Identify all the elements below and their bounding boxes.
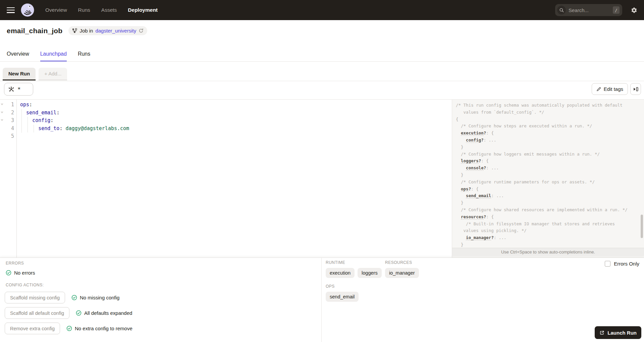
runtime-tag-loggers[interactable]: loggers	[358, 268, 382, 278]
runtime-tag-execution[interactable]: execution	[326, 268, 355, 278]
config-action-row: Remove extra configNo extra config to re…	[5, 323, 132, 334]
pencil-icon	[596, 87, 601, 92]
schema-line: send_email: ...	[456, 192, 639, 199]
reload-icon[interactable]	[139, 28, 144, 33]
bottom-panel-divider	[321, 258, 322, 342]
fold-arrow-icon[interactable]	[1, 104, 3, 105]
launch-run-label: Launch Run	[607, 330, 637, 336]
scaffold-missing-config-button[interactable]: Scaffold missing config	[5, 292, 65, 303]
errors-only-checkbox[interactable]	[605, 261, 610, 267]
schema-line: io_manager?: ...	[456, 234, 639, 241]
fold-arrow-icon[interactable]	[1, 119, 3, 121]
errors-only-label: Errors Only	[614, 261, 639, 267]
job-badge-prefix: Job in	[79, 28, 93, 34]
config-action-status: No extra config to remove	[66, 326, 132, 331]
ops-section: OPS send_email	[326, 284, 359, 302]
page-title: email_chain_job	[7, 27, 62, 35]
schema-line: /* This run config schema was automatica…	[456, 102, 639, 109]
check-circle-icon	[6, 270, 11, 276]
runtime-section: RUNTIME executionloggers	[326, 260, 382, 278]
config-action-status: No missing config	[71, 295, 119, 300]
schema-line: values using pickling. */	[456, 227, 639, 234]
editor-gutter: 12345	[0, 100, 17, 258]
hamburger-menu-icon[interactable]	[7, 7, 15, 13]
bottom-drawer: ERRORS No errors CONFIG ACTIONS: Scaffol…	[0, 258, 644, 342]
code-location-link[interactable]: dagster_university	[95, 28, 136, 34]
schema-line: /* Configure runtime parameters for ops …	[456, 179, 639, 186]
tabs-divider	[0, 61, 644, 62]
config-schema-panel: /* This run config schema was automatica…	[452, 100, 644, 258]
nav-item-assets[interactable]: Assets	[101, 7, 117, 13]
tab-overview[interactable]: Overview	[7, 51, 29, 61]
subtabs-divider	[0, 81, 644, 81]
errors-status-text: No errors	[14, 270, 35, 276]
top-nav: OverviewRunsAssetsDeployment /	[0, 0, 644, 20]
subtab-add[interactable]: + Add...	[39, 68, 67, 80]
schema-line: }	[456, 144, 639, 151]
config-editor[interactable]: 12345 ops: send_email: config: send_to: …	[0, 100, 452, 258]
schema-line: }	[456, 199, 639, 207]
config-action-status-text: All defaults expanded	[84, 310, 132, 316]
launchpad-config-tabs: New Run+ Add...	[3, 68, 67, 80]
line-number: 4	[2, 125, 14, 133]
collapse-right-panel-button[interactable]	[630, 83, 641, 95]
op-graph-icon	[8, 86, 14, 93]
main-nav-links: OverviewRunsAssetsDeployment	[45, 7, 158, 13]
editor-code-line: send_to: daggy@dagsterlabs.com	[20, 125, 129, 133]
schema-line: ops?: {	[456, 186, 639, 193]
subtab-new-run[interactable]: New Run	[3, 68, 36, 80]
tab-runs[interactable]: Runs	[78, 51, 90, 61]
config-action-row: Scaffold missing configNo missing config	[5, 292, 119, 303]
resources-section: RESOURCES io_manager	[385, 260, 419, 278]
search-icon	[557, 6, 566, 14]
autocomplete-hint: Use Ctrl+Space to show auto-completions …	[452, 248, 644, 256]
config-actions-heading: CONFIG ACTIONS:	[6, 283, 44, 287]
nav-item-overview[interactable]: Overview	[45, 7, 67, 13]
editor-code-line: send_email:	[20, 109, 59, 117]
config-action-status-text: No missing config	[80, 295, 119, 300]
line-number: 2	[2, 109, 14, 117]
launch-run-button[interactable]: Launch Run	[595, 326, 641, 339]
remove-extra-config-button[interactable]: Remove extra config	[5, 323, 60, 334]
tab-launchpad[interactable]: Launchpad	[40, 51, 67, 61]
edit-tags-button[interactable]: Edit tags	[592, 83, 628, 95]
editor-code-line: config:	[20, 117, 53, 125]
schema-line: /* Configure how steps are executed with…	[456, 123, 639, 130]
launch-icon	[599, 330, 604, 335]
schema-line: console?: ...	[456, 165, 639, 172]
schema-code: /* This run config schema was automatica…	[456, 102, 639, 248]
op-selector-input[interactable]: *	[4, 83, 33, 96]
job-tabs: OverviewLaunchpadRuns	[7, 51, 90, 61]
line-number: 1	[2, 101, 14, 109]
errors-heading: ERRORS	[6, 261, 24, 266]
check-circle-icon	[76, 310, 82, 316]
errors-only-toggle[interactable]: Errors Only	[605, 261, 639, 267]
editor-code-line: ops:	[20, 101, 32, 109]
dagster-launchpad-page: OverviewRunsAssetsDeployment / email_cha…	[0, 0, 644, 342]
job-hierarchy-icon	[72, 28, 77, 33]
schema-line: /* Built-in filesystem IO manager that s…	[456, 221, 639, 228]
edit-tags-label: Edit tags	[604, 86, 623, 92]
schema-line: }	[456, 172, 639, 179]
schema-line: values from `default_config`. */	[456, 109, 639, 116]
nav-item-deployment[interactable]: Deployment	[128, 7, 158, 13]
schema-line: /* Configure how loggers emit messages w…	[456, 151, 639, 158]
ops-heading: OPS	[326, 284, 359, 289]
ops-tag-send_email[interactable]: send_email	[326, 292, 359, 302]
errors-status: No errors	[6, 270, 35, 276]
resources-tag-io_manager[interactable]: io_manager	[385, 268, 419, 278]
search-input[interactable]	[569, 7, 613, 13]
config-action-row: Scaffold all default configAll defaults …	[5, 307, 132, 319]
settings-gear-icon[interactable]	[631, 7, 637, 13]
nav-item-runs[interactable]: Runs	[78, 7, 90, 13]
schema-line: {	[456, 116, 639, 123]
search-box[interactable]: /	[555, 4, 622, 16]
config-action-status: All defaults expanded	[76, 310, 132, 316]
dagster-logo-icon[interactable]	[20, 3, 35, 17]
check-circle-icon	[66, 326, 72, 331]
fold-arrow-icon[interactable]	[1, 112, 3, 113]
config-action-status-text: No extra config to remove	[75, 326, 132, 331]
schema-scrollbar-thumb[interactable]	[641, 215, 643, 238]
line-number: 3	[2, 117, 14, 125]
scaffold-all-default-config-button[interactable]: Scaffold all default config	[5, 307, 69, 319]
